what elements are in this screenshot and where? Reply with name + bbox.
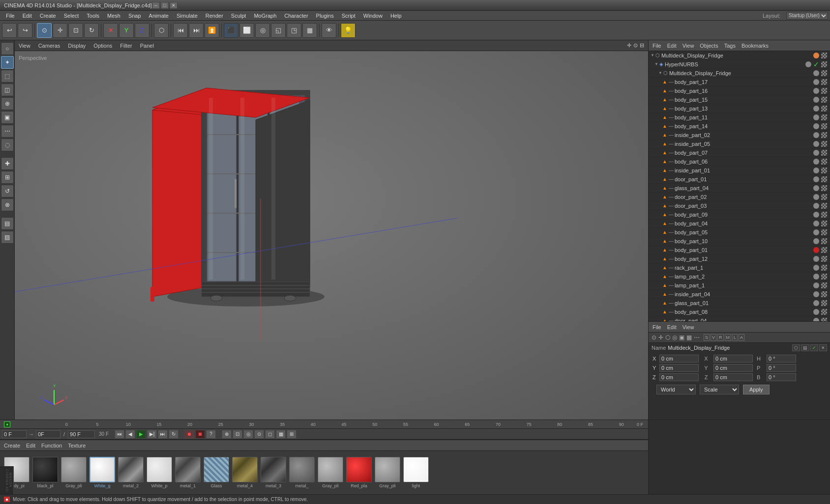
move-button[interactable]: ✛	[53, 23, 67, 38]
tree-render-bp04[interactable]	[821, 221, 827, 226]
tree-render-gp01[interactable]	[821, 300, 827, 306]
tree-vis-bp05[interactable]	[813, 229, 819, 235]
attr-comp-icon[interactable]: ▣	[679, 334, 684, 341]
tl-extra-3[interactable]: ◎	[243, 430, 253, 439]
tree-item-bp08[interactable]: ▲ — body_part_08	[649, 308, 830, 316]
scale-dropdown[interactable]: Scale	[700, 385, 739, 394]
step-back-button[interactable]: ⏭	[189, 23, 204, 38]
attr-small-5[interactable]: L	[732, 334, 738, 341]
live-selection-button[interactable]: ⊙	[37, 23, 52, 38]
tree-item-ip02[interactable]: ▲ — inside_part_02	[649, 131, 830, 140]
coord-y-rot-input[interactable]	[713, 364, 753, 372]
attr-small-2[interactable]: V	[711, 334, 716, 341]
tree-render-bp06[interactable]	[821, 159, 827, 165]
tl-extra-6[interactable]: ▦	[276, 430, 286, 439]
tree-item-inner-root[interactable]: ▼ ⬡ Multideck_Display_Fridge	[649, 69, 830, 78]
loop-button[interactable]: ↻	[169, 430, 178, 439]
obj-menu-edit[interactable]: Edit	[667, 43, 677, 49]
mat-item-white-p[interactable]: White_p	[147, 457, 172, 488]
step-back-tl-button[interactable]: ◀	[125, 430, 135, 439]
attr-extra-icon[interactable]: ⋯	[694, 334, 700, 341]
obj-menu-objects[interactable]: Objects	[700, 43, 718, 49]
menu-script[interactable]: Script	[338, 12, 359, 20]
menu-help[interactable]: Help	[386, 12, 406, 20]
tree-item-ip04[interactable]: ▲ — inside_part_04	[649, 290, 830, 299]
tree-vis-ip05[interactable]	[813, 141, 819, 147]
coord-p-input[interactable]	[767, 364, 796, 372]
texture-shrink-button[interactable]: ◳	[287, 23, 301, 38]
tree-item-ip01[interactable]: ▲ — inside_part_01	[649, 166, 830, 175]
tree-render-bp14[interactable]	[821, 123, 827, 129]
viewport-icon-3[interactable]: ⊟	[640, 42, 644, 49]
stop-button[interactable]: ⏹	[195, 430, 205, 439]
viewport-canvas[interactable]: Perspective	[15, 51, 648, 420]
obj-menu-view[interactable]: View	[682, 43, 694, 49]
tree-item-bp05[interactable]: ▲ — body_part_05	[649, 228, 830, 237]
tree-item-lp1[interactable]: ▲ — lamp_part_1	[649, 281, 830, 290]
mat-item-metal-1[interactable]: metal_1	[175, 457, 201, 488]
tree-vis-ip02[interactable]	[813, 132, 819, 138]
tree-vis-bp06[interactable]	[813, 159, 819, 165]
tree-item-dp02[interactable]: ▲ — door_part_02	[649, 193, 830, 201]
record-all-tl-button[interactable]: ?	[206, 430, 216, 439]
tree-vis-bp12[interactable]	[813, 256, 819, 262]
scale-button[interactable]: ⊡	[68, 23, 83, 38]
tree-render-bp10[interactable]	[821, 238, 827, 244]
tree-vis-dp02[interactable]	[813, 194, 819, 200]
tree-item-bp12[interactable]: ▲ — body_part_12	[649, 254, 830, 263]
texture-cylinder-button[interactable]: ⬜	[239, 23, 254, 38]
menu-plugins[interactable]: Plugins	[312, 12, 338, 20]
render-settings-button[interactable]: 💡	[341, 23, 356, 38]
tree-render-dp02[interactable]	[821, 194, 827, 200]
rotate-button[interactable]: ↻	[84, 23, 99, 38]
viewport-icon-2[interactable]: ⊙	[633, 42, 638, 49]
tree-vis-dp04[interactable]	[813, 318, 819, 322]
tree-render-dp04[interactable]	[821, 318, 827, 322]
texture-wrap-button[interactable]: ◱	[271, 23, 286, 38]
tl-extra-7[interactable]: ⊞	[287, 430, 296, 439]
coord-y-pos-input[interactable]	[659, 364, 699, 372]
redo-button[interactable]: ↪	[18, 23, 32, 38]
viewport-tab-options[interactable]: Options	[93, 43, 112, 49]
mat-item-gray-pli-1[interactable]: Gray_pli	[61, 457, 87, 488]
texture-sphere-button[interactable]: ◎	[255, 23, 270, 38]
viewport-tab-view[interactable]: View	[19, 43, 30, 49]
attr-small-3[interactable]: R	[717, 334, 724, 341]
step-forward-button[interactable]: ▶|	[147, 430, 157, 439]
toggle-z-button[interactable]: Z	[135, 23, 149, 38]
tree-vis-bp08[interactable]	[813, 309, 819, 315]
record-button[interactable]: ⏺	[184, 430, 194, 439]
tree-vis-bp10[interactable]	[813, 238, 819, 244]
apply-button[interactable]: Apply	[743, 385, 770, 394]
tree-render-ip05[interactable]	[821, 141, 827, 147]
polygon-pen-button[interactable]: ✦	[1, 56, 14, 69]
scale-tool-button[interactable]: ⊞	[1, 171, 14, 184]
tree-item-bp15[interactable]: ▲ — body_part_15	[649, 95, 830, 104]
attr-small-6[interactable]: A	[739, 334, 744, 341]
tree-render-bp11[interactable]	[821, 114, 827, 120]
tree-vis-bp13[interactable]	[813, 106, 819, 112]
texture-cube-button[interactable]: ⬛	[224, 23, 238, 38]
toggle-x-button[interactable]: ✕	[103, 23, 118, 38]
mat-menu-function[interactable]: Function	[41, 443, 62, 448]
attr-menu-view[interactable]: View	[682, 324, 694, 330]
tree-item-rp1[interactable]: ▲ — rack_part_1	[649, 263, 830, 272]
tree-render-lp2[interactable]	[821, 274, 827, 280]
tree-vis-bp17[interactable]	[813, 79, 819, 85]
play-button[interactable]: ▶	[136, 430, 146, 439]
tree-vis-ir[interactable]	[813, 70, 819, 76]
maximize-button[interactable]: □	[161, 2, 169, 9]
tree-vis-gp01[interactable]	[813, 300, 819, 306]
menu-tools[interactable]: Tools	[83, 12, 103, 20]
attr-display-icon[interactable]: ▦	[686, 334, 692, 341]
tree-render-bp01[interactable]	[821, 247, 827, 253]
viewport-tab-display[interactable]: Display	[68, 43, 86, 49]
menu-select[interactable]: Select	[60, 12, 83, 20]
tree-vis-bp16[interactable]	[813, 88, 819, 94]
attr-tag-2[interactable]: ▤	[801, 344, 809, 351]
record-start-button[interactable]: ⏮	[173, 23, 188, 38]
tree-render-bp12[interactable]	[821, 256, 827, 262]
viewport-tab-filter[interactable]: Filter	[120, 43, 132, 49]
attr-small-1[interactable]: S	[704, 334, 710, 341]
tree-vis-bp14[interactable]	[813, 123, 819, 129]
